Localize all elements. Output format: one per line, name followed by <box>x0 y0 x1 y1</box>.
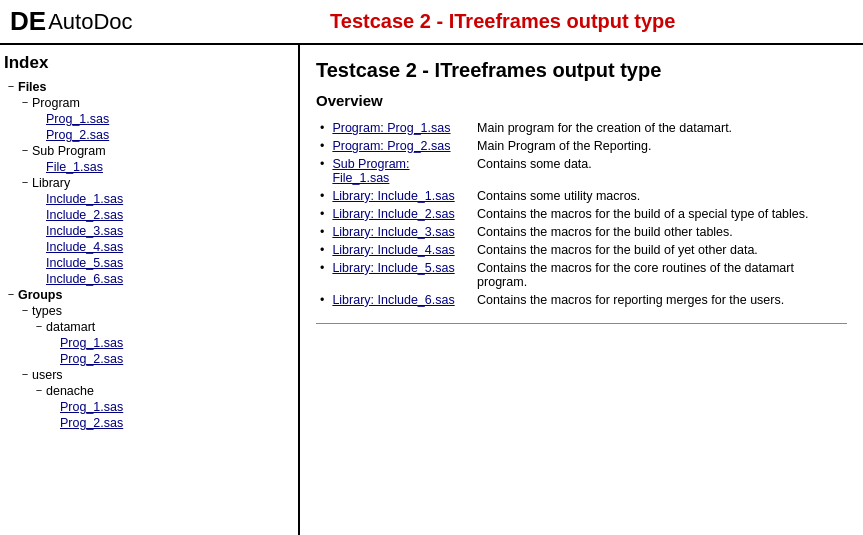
denache-prog2-link[interactable]: Prog_2.sas <box>60 416 123 430</box>
overview-link-1[interactable]: Program: Prog_2.sas <box>332 139 450 153</box>
overview-link-3[interactable]: Library: Include_1.sas <box>332 189 454 203</box>
overview-link-4[interactable]: Library: Include_2.sas <box>332 207 454 221</box>
desc-cell: Contains the macros for the build of yet… <box>473 241 847 259</box>
tree-datamart-row: − datamart <box>32 319 294 335</box>
list-item: Prog_1.sas <box>46 399 294 415</box>
include4-link[interactable]: Include_4.sas <box>46 240 123 254</box>
include2-link[interactable]: Include_2.sas <box>46 208 123 222</box>
link-cell: Library: Include_5.sas <box>328 259 473 291</box>
bullet-cell: • <box>316 223 328 241</box>
tree-files-row: − Files <box>4 79 294 95</box>
users-children: − denache Prog_1.sas Prog_2.sas <box>18 383 294 431</box>
datamart-prog1-link[interactable]: Prog_1.sas <box>60 336 123 350</box>
content-title: Testcase 2 - ITreeframes output type <box>316 59 847 82</box>
link-cell: Library: Include_2.sas <box>328 205 473 223</box>
link-cell: Library: Include_1.sas <box>328 187 473 205</box>
table-row: •Library: Include_3.sasContains the macr… <box>316 223 847 241</box>
bullet-cell: • <box>316 155 328 187</box>
link-cell: Library: Include_4.sas <box>328 241 473 259</box>
types-toggle[interactable]: − <box>18 304 32 316</box>
program-toggle[interactable]: − <box>18 96 32 108</box>
overview-table: •Program: Prog_1.sasMain program for the… <box>316 119 847 309</box>
files-toggle[interactable]: − <box>4 80 18 92</box>
list-item: Include_1.sas <box>32 191 294 207</box>
library-children: Include_1.sas Include_2.sas Include_3.sa… <box>18 191 294 287</box>
overview-link-5[interactable]: Library: Include_3.sas <box>332 225 454 239</box>
overview-link-7[interactable]: Library: Include_5.sas <box>332 261 454 275</box>
datamart-toggle[interactable]: − <box>32 320 46 332</box>
subprogram-label: Sub Program <box>32 144 106 158</box>
list-item: Include_5.sas <box>32 255 294 271</box>
denache-toggle[interactable]: − <box>32 384 46 396</box>
users-toggle[interactable]: − <box>18 368 32 380</box>
desc-cell: Main program for the creation of the dat… <box>473 119 847 137</box>
desc-cell: Contains the macros for the core routine… <box>473 259 847 291</box>
list-item: Prog_2.sas <box>46 351 294 367</box>
subprogram-toggle[interactable]: − <box>18 144 32 156</box>
datamart-prog2-link[interactable]: Prog_2.sas <box>60 352 123 366</box>
table-row: •Library: Include_4.sasContains the macr… <box>316 241 847 259</box>
bullet-cell: • <box>316 137 328 155</box>
desc-cell: Contains the macros for reporting merges… <box>473 291 847 309</box>
link-cell: Sub Program: File_1.sas <box>328 155 473 187</box>
table-row: •Library: Include_5.sasContains the macr… <box>316 259 847 291</box>
types-children: − datamart Prog_1.sas Prog_2.sas <box>18 319 294 367</box>
groups-toggle[interactable]: − <box>4 288 18 300</box>
datamart-children: Prog_1.sas Prog_2.sas <box>32 335 294 367</box>
tree-types-row: − types <box>18 303 294 319</box>
table-row: •Program: Prog_2.sasMain Program of the … <box>316 137 847 155</box>
include3-link[interactable]: Include_3.sas <box>46 224 123 238</box>
desc-cell: Main Program of the Reporting. <box>473 137 847 155</box>
bullet-cell: • <box>316 205 328 223</box>
desc-cell: Contains some data. <box>473 155 847 187</box>
bullet-cell: • <box>316 291 328 309</box>
overview-link-6[interactable]: Library: Include_4.sas <box>332 243 454 257</box>
link-cell: Library: Include_3.sas <box>328 223 473 241</box>
list-item: Prog_2.sas <box>32 127 294 143</box>
content-area: Testcase 2 - ITreeframes output type Ove… <box>300 45 863 535</box>
index-heading: Index <box>4 53 294 73</box>
tree-users-row: − users <box>18 367 294 383</box>
bullet-cell: • <box>316 259 328 291</box>
overview-tbody: •Program: Prog_1.sasMain program for the… <box>316 119 847 309</box>
header-title: Testcase 2 - ITreeframes output type <box>153 10 853 33</box>
list-item: Prog_2.sas <box>46 415 294 431</box>
overview-link-0[interactable]: Program: Prog_1.sas <box>332 121 450 135</box>
types-label: types <box>32 304 62 318</box>
file1-link[interactable]: File_1.sas <box>46 160 103 174</box>
desc-cell: Contains the macros for the build other … <box>473 223 847 241</box>
denache-label: denache <box>46 384 94 398</box>
table-row: •Sub Program: File_1.sasContains some da… <box>316 155 847 187</box>
subprogram-children: File_1.sas <box>18 159 294 175</box>
include1-link[interactable]: Include_1.sas <box>46 192 123 206</box>
sidebar: Index − Files − Program Prog_1.sas Prog_… <box>0 45 300 535</box>
include5-link[interactable]: Include_5.sas <box>46 256 123 270</box>
denache-children: Prog_1.sas Prog_2.sas <box>32 399 294 431</box>
desc-cell: Contains the macros for the build of a s… <box>473 205 847 223</box>
overview-link-8[interactable]: Library: Include_6.sas <box>332 293 454 307</box>
bullet-cell: • <box>316 119 328 137</box>
include6-link[interactable]: Include_6.sas <box>46 272 123 286</box>
tree-program-row: − Program <box>18 95 294 111</box>
tree-subprogram-row: − Sub Program <box>18 143 294 159</box>
tree-denache-row: − denache <box>32 383 294 399</box>
bullet-cell: • <box>316 187 328 205</box>
program-children: Prog_1.sas Prog_2.sas <box>18 111 294 143</box>
users-label: users <box>32 368 63 382</box>
tree-library-row: − Library <box>18 175 294 191</box>
prog2-link[interactable]: Prog_2.sas <box>46 128 109 142</box>
denache-prog1-link[interactable]: Prog_1.sas <box>60 400 123 414</box>
prog1-link[interactable]: Prog_1.sas <box>46 112 109 126</box>
list-item: Include_2.sas <box>32 207 294 223</box>
list-item: File_1.sas <box>32 159 294 175</box>
library-toggle[interactable]: − <box>18 176 32 188</box>
groups-label: Groups <box>18 288 62 302</box>
library-label: Library <box>32 176 70 190</box>
logo-de: DE <box>10 6 46 37</box>
overview-heading: Overview <box>316 92 847 109</box>
bullet-cell: • <box>316 241 328 259</box>
desc-cell: Contains some utility macros. <box>473 187 847 205</box>
content-divider <box>316 323 847 324</box>
overview-link-2[interactable]: Sub Program: File_1.sas <box>332 157 409 185</box>
logo-autodoc: AutoDoc <box>48 9 132 35</box>
